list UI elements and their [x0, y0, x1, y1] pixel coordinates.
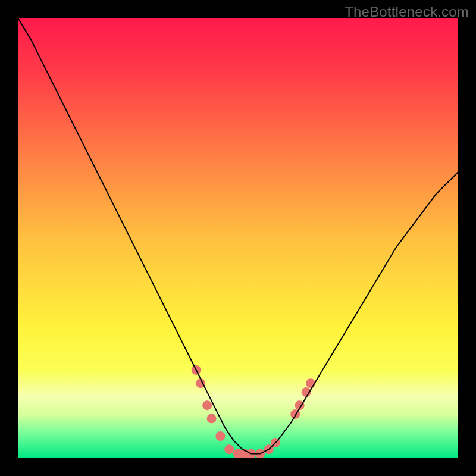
plot-area: [18, 18, 458, 458]
highlight-dot: [207, 414, 217, 423]
watermark-text: TheBottleneck.com: [345, 4, 469, 20]
bottleneck-curve: [18, 18, 458, 454]
highlight-dot: [224, 444, 234, 454]
highlight-dot: [215, 431, 225, 441]
curve-layer: [18, 18, 458, 458]
chart-frame: TheBottleneck.com: [0, 0, 476, 476]
highlight-dot: [202, 400, 212, 410]
highlight-dots: [192, 365, 315, 458]
